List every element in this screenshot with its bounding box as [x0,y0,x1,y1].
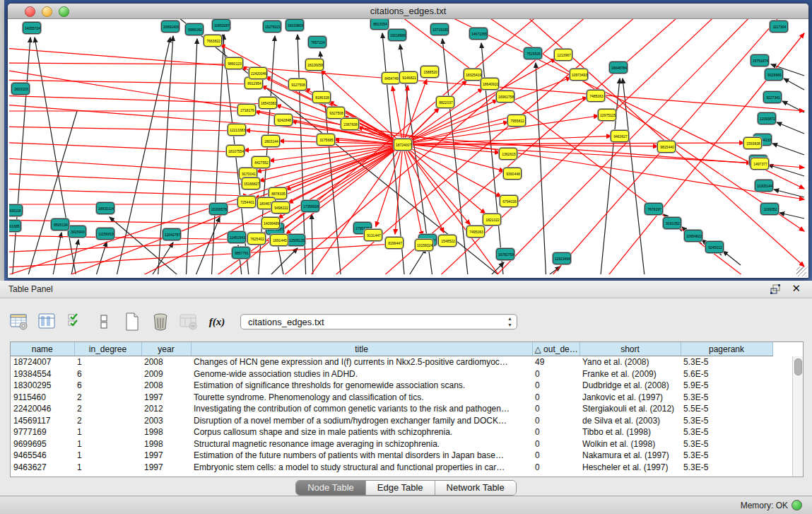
graph-node[interactable]: 7625402 [247,233,266,245]
graph-node[interactable]: 15166827 [242,177,260,189]
table-cell[interactable]: Changes of HCN gene expression and I(f) … [191,356,532,368]
table-cell[interactable]: 0 [532,462,579,474]
graph-node[interactable]: 3175685 [317,134,335,146]
table-cell[interactable]: 2 [74,392,141,404]
graph-node[interactable]: 14055724 [23,22,41,34]
graph-node[interactable]: 16543382 [259,97,277,109]
table-source-select[interactable]: citations_edges.txt ▲▼ [240,314,517,329]
table-cell[interactable]: 0 [532,368,579,380]
select-rows-icon[interactable] [66,313,85,331]
table-cell[interactable]: Franke et al. (2009) [579,368,681,380]
graph-node[interactable]: 12213383 [228,124,246,136]
table-cell[interactable]: Genome-wide association studies in ADHD. [191,368,532,380]
table-row[interactable]: 911546021997Tourette syndrome. Phenomeno… [11,392,772,404]
table-cell[interactable]: 2009 [141,368,191,380]
graph-node[interactable]: 9901685 [9,220,21,232]
graph-node[interactable]: 9498222 [271,201,290,214]
function-builder-icon[interactable]: f(x) [208,313,226,331]
column-header[interactable]: in_degree [74,342,141,356]
table-cell[interactable]: 2 [74,403,141,415]
graph-node[interactable]: 9131447 [364,229,382,241]
close-panel-icon[interactable]: ✕ [792,282,801,295]
graph-node[interactable]: 1588520 [420,66,439,78]
table-cell[interactable]: Estimation of significance thresholds fo… [191,380,532,392]
table-cell[interactable]: 5.9E-5 [681,380,772,392]
graph-node[interactable]: 10973493 [570,69,588,81]
table-cell[interactable]: 1 [74,426,141,438]
table-cell[interactable]: 1997 [141,450,191,462]
graph-node[interactable]: 6794028 [500,195,518,207]
graph-node[interactable]: 18640910 [481,78,499,90]
graph-node[interactable]: 2718176 [237,104,256,116]
table-cell[interactable]: 5.3E-5 [681,426,772,438]
column-visibility-icon[interactable] [38,313,57,331]
delete-table-icon[interactable] [151,313,170,331]
graph-node[interactable]: 1169352 [760,203,779,215]
graph-node[interactable]: 12975115 [598,109,616,121]
graph-node[interactable]: 6966160 [185,23,204,35]
column-header[interactable]: pagerank [681,342,772,356]
table-cell[interactable]: 1997 [141,462,191,474]
table-cell[interactable]: 2008 [141,356,191,368]
table-cell[interactable]: 5.3E-5 [681,392,772,404]
graph-node[interactable]: 2603103 [11,83,30,95]
table-cell[interactable]: 1 [74,450,141,462]
table-cell[interactable]: 18300295 [11,380,74,392]
table-row[interactable]: 1938455462009Genome-wide association stu… [11,368,772,380]
graph-node[interactable]: 1930116 [9,204,23,216]
graph-node[interactable]: 9227341 [763,91,782,103]
table-cell[interactable]: 9463627 [11,462,74,474]
graph-node[interactable]: 9463627 [611,130,629,142]
graph-node[interactable]: 9146821 [399,71,418,83]
graph-node[interactable]: 18226058 [305,59,324,71]
table-row[interactable]: 2242004622012Investigating the contribut… [11,403,772,415]
table-cell[interactable]: 0 [532,403,579,415]
column-header[interactable]: △ out_de… [532,342,579,356]
table-cell[interactable]: 9699695 [11,438,74,450]
table-cell[interactable]: Wolkin et al. (1998) [579,438,681,450]
graph-node[interactable]: 16648784 [609,62,628,74]
graph-node[interactable]: 7955812 [507,115,526,127]
graph-node[interactable]: 7663822 [204,35,222,47]
table-cell[interactable]: 5.3E-5 [681,356,772,368]
graph-node[interactable]: 12042757 [163,228,181,240]
graph-node[interactable]: 1117304 [770,21,788,33]
table-cell[interactable]: 5.3E-5 [681,438,772,450]
network-window[interactable]: citations_edges.txt 18724007140557242069… [7,3,809,279]
graph-node[interactable]: 8813054 [370,19,389,30]
graph-node[interactable]: 15751874 [751,54,769,66]
table-row[interactable]: 977716911998Corpus callosum shape and si… [11,426,772,438]
table-cell[interactable]: Investigating the contribution of common… [191,403,532,415]
graph-node[interactable]: 8186328 [312,91,331,103]
table-row[interactable]: 946554611997Estimation of the future num… [11,450,772,462]
tab-network-table[interactable]: Network Table [435,481,516,495]
graph-node[interactable]: 11156819 [96,228,114,240]
table-cell[interactable]: 1998 [141,426,191,438]
column-header[interactable]: year [141,342,191,356]
tab-node-table[interactable]: Node Table [296,481,366,495]
table-cell[interactable]: Structural magnetic resonance image aver… [191,438,532,450]
table-cell[interactable]: 1 [74,462,141,474]
graph-node[interactable]: 9161052 [663,217,681,229]
graph-node[interactable]: 9242848 [274,114,293,126]
graph-node[interactable]: 10159324 [415,239,433,251]
table-cell[interactable]: 5.3E-5 [681,415,772,427]
table-cell[interactable]: 19384554 [11,368,74,380]
table-cell[interactable]: 1998 [141,438,191,450]
graph-node[interactable]: 10954822 [684,230,702,242]
graph-node[interactable]: 18107554 [226,145,245,157]
graph-node[interactable]: 16033809 [286,19,304,31]
table-cell[interactable]: 1 [74,438,141,450]
table-row[interactable]: 969969511998Structural magnetic resonanc… [11,438,772,450]
table-row[interactable]: 1872400712008Changes of HCN gene express… [11,356,772,368]
graph-node[interactable]: 9857791 [232,247,250,259]
table-cell[interactable]: Corpus callosum shape and size in male p… [191,426,532,438]
column-header[interactable]: name [11,342,74,356]
table-cell[interactable]: 18724007 [11,356,74,368]
table-cell[interactable]: 9777169 [11,426,74,438]
network-canvas[interactable]: 1872400714055724206914061065328715276021… [9,19,806,274]
table-cell[interactable]: Estimation of the future numbers of pati… [191,450,532,462]
table-cell[interactable]: 2 [74,415,141,427]
graph-node[interactable]: 9329966 [765,69,783,81]
graph-node[interactable]: 10305144 [755,180,773,192]
